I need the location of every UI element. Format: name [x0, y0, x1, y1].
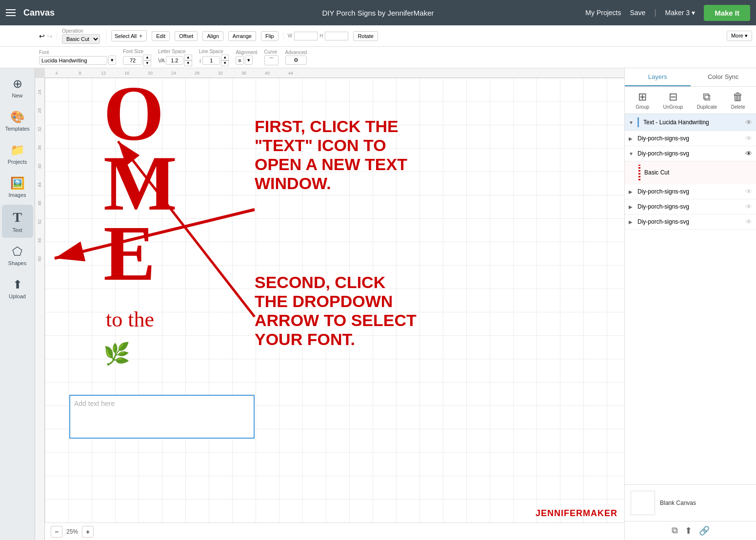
sidebar-label-shapes: Shapes [8, 260, 26, 266]
eye-visible-icon[interactable]: 👁 [745, 150, 752, 157]
more-button[interactable]: More ▾ [727, 31, 752, 41]
sidebar-label-text: Text [12, 227, 22, 233]
save-button[interactable]: Save [630, 9, 645, 17]
upload-icon: ⬆ [13, 278, 22, 291]
footer-copy-icon[interactable]: ⧉ [672, 525, 678, 536]
layer-expand-icon-2: ▼ [629, 151, 635, 156]
ruler-left: 24 28 32 36 40 44 48 52 56 60 [35, 78, 45, 540]
arrange-button[interactable]: Arrange [228, 31, 256, 41]
font-size-down[interactable]: ▼ [143, 60, 151, 66]
zoom-out-button[interactable]: − [51, 526, 62, 538]
right-panel: Layers Color Sync ⊞ Group ⊟ UnGroup ⧉ Du… [624, 68, 756, 540]
sidebar-item-upload[interactable]: ⬆ Upload [2, 273, 33, 304]
font-size-up[interactable]: ▲ [143, 55, 151, 60]
eye-hidden-icon-3[interactable]: 👁 [745, 188, 752, 195]
sidebar-label-new: New [12, 93, 22, 98]
operation-group: Operation Basic Cut [62, 28, 106, 44]
select-all-label: Select All [115, 33, 137, 39]
tab-layers[interactable]: Layers [625, 68, 691, 86]
main-area: ⊕ New 🎨 Templates 📁 Projects 🖼️ Images T… [0, 68, 756, 540]
select-all-button[interactable]: Select All ＋ [111, 30, 147, 41]
offset-button[interactable]: Offset [175, 31, 198, 41]
maker-select[interactable]: Maker 3 ▾ [665, 9, 696, 17]
font-toolbar: Font ▾ Font Size ▲ ▼ Letter Space VA ▲ ▼… [0, 47, 756, 68]
sidebar-item-new[interactable]: ⊕ New [2, 72, 33, 103]
text-layer-icon [637, 117, 639, 127]
left-sidebar: ⊕ New 🎨 Templates 📁 Projects 🖼️ Images T… [0, 68, 35, 540]
zoom-in-button[interactable]: + [82, 526, 94, 538]
zoom-bar: − 25% + [45, 522, 624, 540]
alignment-label: Alignment [236, 50, 257, 55]
h-label: H [319, 33, 323, 39]
sidebar-item-shapes[interactable]: ⬠ Shapes [2, 240, 33, 271]
text-input-box[interactable]: Add text here [69, 395, 255, 439]
operation-label: Operation [62, 28, 100, 34]
layer-basic-cut[interactable]: Basic Cut [625, 161, 756, 184]
layer-svg-3[interactable]: ▶ Diy-porch-signs-svg 👁 [625, 184, 756, 199]
chevron-down-icon: ▾ [692, 9, 695, 17]
group-icon: ⊞ [638, 91, 647, 103]
font-input[interactable] [39, 56, 107, 65]
layer-svg2-name: Diy-porch-signs-svg [637, 150, 742, 157]
make-it-button[interactable]: Make It [704, 5, 750, 21]
eye-hidden-icon[interactable]: 👁 [745, 135, 752, 142]
eye-hidden-icon-5[interactable]: 👁 [745, 218, 752, 226]
layer-svg-2-header[interactable]: ▼ Diy-porch-signs-svg 👁 [625, 146, 756, 161]
hamburger-menu[interactable] [6, 9, 16, 16]
align-button[interactable]: Align [202, 31, 223, 41]
layer-svg-1[interactable]: ▶ Diy-porch-signs-svg 👁 [625, 131, 756, 146]
line-space-group: Line Space ↕ ▲ ▼ [199, 49, 229, 66]
delete-icon: 🗑 [733, 91, 743, 103]
layer-collapse-icon: ▶ [629, 136, 635, 141]
footer-move-icon[interactable]: ⬆ [685, 525, 692, 536]
flip-button[interactable]: Flip [261, 31, 279, 41]
layer-svg-4[interactable]: ▶ Diy-porch-signs-svg 👁 [625, 199, 756, 214]
height-input[interactable] [325, 32, 348, 40]
letter-space-input[interactable] [166, 56, 183, 65]
align-left-button[interactable]: ≡ [236, 56, 243, 65]
duplicate-icon: ⧉ [703, 91, 711, 103]
layer-svg-5[interactable]: ▶ Diy-porch-signs-svg 👁 [625, 214, 756, 230]
tab-color-sync[interactable]: Color Sync [691, 68, 756, 86]
line-space-up[interactable]: ▲ [221, 55, 229, 60]
font-dropdown-button[interactable]: ▾ [108, 56, 116, 65]
undo-button[interactable]: ↩ [39, 32, 45, 40]
footer-link-icon[interactable]: 🔗 [699, 525, 710, 536]
group-action[interactable]: ⊞ Group [636, 91, 649, 110]
blank-canvas-label: Blank Canvas [660, 500, 696, 506]
eye-icon[interactable]: 👁 [745, 118, 752, 126]
align-dropdown-button[interactable]: ▾ [245, 56, 253, 65]
sidebar-item-templates[interactable]: 🎨 Templates [2, 105, 33, 136]
font-label: Font [39, 50, 116, 55]
curve-button[interactable]: ⌒ [264, 55, 279, 65]
delete-action[interactable]: 🗑 Delete [731, 91, 745, 110]
sidebar-item-images[interactable]: 🖼️ Images [2, 172, 33, 203]
canvas-content[interactable]: O M E to the 🌿 Add text here FIRST, CLIC… [45, 78, 624, 522]
sidebar-item-projects[interactable]: 📁 Projects [2, 138, 33, 170]
my-projects-button[interactable]: My Projects [585, 9, 621, 17]
sidebar-item-text[interactable]: T Text [2, 205, 33, 238]
curve-label: Curve [264, 49, 279, 55]
layer-text[interactable]: ▼ Text - Lucida Handwriting 👁 [625, 114, 756, 131]
edit-button[interactable]: Edit [152, 31, 170, 41]
eye-hidden-icon-4[interactable]: 👁 [745, 203, 752, 211]
line-space-down[interactable]: ▼ [221, 60, 229, 66]
advanced-button[interactable]: ⚙ [285, 56, 307, 65]
new-icon: ⊕ [13, 77, 22, 91]
letter-space-up[interactable]: ▲ [184, 55, 192, 60]
app-title: Canvas [23, 8, 55, 18]
font-size-input[interactable] [123, 56, 142, 65]
undo-redo-group: ↩ ↪ [39, 32, 57, 40]
redo-button[interactable]: ↪ [47, 32, 53, 40]
line-space-input[interactable] [202, 56, 220, 65]
width-input[interactable] [294, 32, 318, 40]
canvas-ome-text: O M E [103, 78, 175, 289]
canvas-tothe-text: to the [106, 307, 154, 332]
rotate-button[interactable]: Rotate [353, 31, 378, 41]
project-title: DIY Porch Signs by JenniferMaker [322, 9, 434, 17]
ungroup-action[interactable]: ⊟ UnGroup [663, 91, 683, 110]
panel-actions: ⊞ Group ⊟ UnGroup ⧉ Duplicate 🗑 Delete [625, 87, 756, 114]
operation-select[interactable]: Basic Cut [62, 34, 100, 44]
duplicate-action[interactable]: ⧉ Duplicate [697, 91, 717, 110]
letter-space-down[interactable]: ▼ [184, 60, 192, 66]
